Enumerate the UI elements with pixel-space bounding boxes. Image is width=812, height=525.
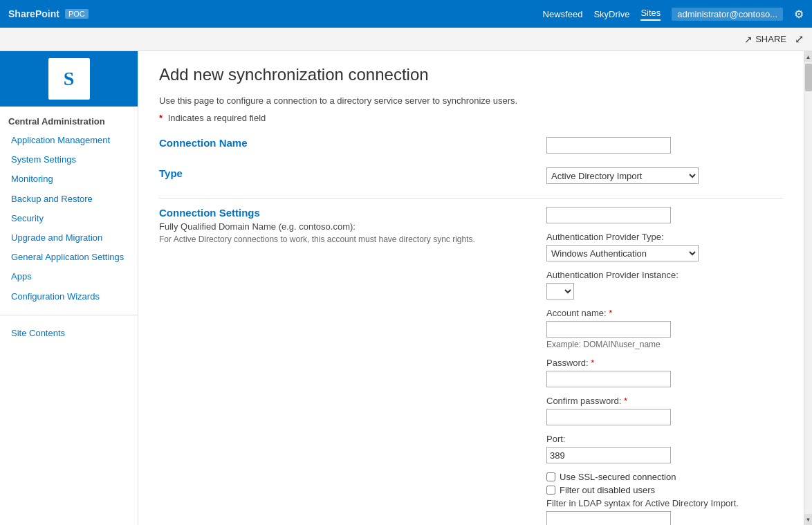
- ldap-filter-block: Filter in LDAP syntax for Active Directo…: [546, 498, 783, 525]
- connection-settings-label-col: Connection Settings Fully Qualified Doma…: [159, 207, 546, 244]
- ssl-label: Use SSL-secured connection: [560, 472, 676, 482]
- connection-name-input[interactable]: [546, 137, 671, 154]
- fqdn-block: [546, 207, 783, 223]
- port-block: Port:: [546, 434, 783, 463]
- sidebar-item-application-management[interactable]: Application Management: [0, 131, 138, 150]
- username-display: administrator@contoso...: [672, 8, 783, 21]
- account-name-input[interactable]: [546, 321, 671, 338]
- connection-name-heading: Connection Name: [159, 137, 533, 149]
- required-note: * Indicates a required field: [159, 113, 783, 123]
- sidebar-logo: S: [0, 51, 138, 107]
- connection-name-field-col: [546, 137, 783, 154]
- sidebar-item-config-wizards[interactable]: Configuration Wizards: [0, 287, 138, 306]
- ssl-checkbox[interactable]: [546, 472, 555, 481]
- sidebar-item-site-contents[interactable]: Site Contents: [0, 324, 138, 343]
- sidebar-item-monitoring[interactable]: Monitoring: [0, 169, 138, 189]
- type-section: Type Active Directory Import: [159, 167, 783, 184]
- separator-1: [159, 198, 783, 199]
- connection-settings-section: Connection Settings Fully Qualified Doma…: [159, 207, 783, 525]
- auth-provider-instance-label: Authentication Provider Instance:: [546, 270, 783, 280]
- fqdn-label: Fully Qualified Domain Name (e.g. contos…: [159, 221, 533, 232]
- scroll-up-arrow[interactable]: ▲: [804, 51, 813, 62]
- main-layout: S Central Administration Application Man…: [0, 51, 812, 525]
- filter-disabled-checkbox-row: Filter out disabled users: [546, 485, 783, 495]
- password-block: Password: *: [546, 358, 783, 387]
- password-label: Password: *: [546, 358, 783, 368]
- sp-logo: S: [48, 58, 90, 100]
- sidebar-section-title: Central Administration: [0, 107, 138, 131]
- sidebar-item-security[interactable]: Security: [0, 209, 138, 228]
- top-navigation: SharePoint POC Newsfeed SkyDrive Sites a…: [0, 0, 812, 28]
- top-nav-links: Newsfeed SkyDrive Sites administrator@co…: [543, 8, 804, 21]
- skydrive-link[interactable]: SkyDrive: [593, 9, 629, 19]
- auth-provider-type-block: Authentication Provider Type: Windows Au…: [546, 232, 783, 261]
- page-content: Add new synchronization connection Use t…: [138, 51, 804, 525]
- auth-provider-instance-block: Authentication Provider Instance:: [546, 270, 783, 300]
- confirm-password-block: Confirm password: *: [546, 396, 783, 425]
- port-input[interactable]: [546, 447, 671, 463]
- newsfeed-link[interactable]: Newsfeed: [543, 9, 583, 19]
- sidebar-item-system-settings[interactable]: System Settings: [0, 150, 138, 169]
- fqdn-note: For Active Directory connections to work…: [159, 234, 533, 244]
- settings-gear-icon[interactable]: ⚙: [794, 8, 804, 21]
- confirm-password-label: Confirm password: *: [546, 396, 783, 406]
- type-select[interactable]: Active Directory Import: [546, 167, 699, 184]
- account-required-star: *: [609, 308, 612, 318]
- ldap-filter-input[interactable]: [546, 511, 671, 525]
- sidebar-item-backup-restore[interactable]: Backup and Restore: [0, 190, 138, 209]
- right-scrollbar: ▲ ▼: [804, 51, 812, 525]
- ssl-checkbox-row: Use SSL-secured connection: [546, 472, 783, 482]
- required-star: *: [159, 113, 163, 123]
- scroll-thumb[interactable]: [805, 64, 812, 91]
- connection-name-label-col: Connection Name: [159, 137, 546, 151]
- type-label-col: Type: [159, 167, 546, 182]
- type-heading: Type: [159, 167, 533, 179]
- account-name-label: Account name: *: [546, 308, 783, 318]
- page-description: Use this page to configure a connection …: [159, 95, 783, 106]
- connection-settings-fields: Authentication Provider Type: Windows Au…: [546, 207, 783, 525]
- auth-provider-type-select[interactable]: Windows Authentication: [546, 245, 699, 261]
- scroll-down-arrow[interactable]: ▼: [804, 514, 813, 525]
- focus-icon[interactable]: ⤢: [795, 33, 804, 46]
- brand-area: SharePoint POC: [8, 8, 89, 19]
- fqdn-input[interactable]: [546, 207, 671, 223]
- ldap-filter-label: Filter in LDAP syntax for Active Directo…: [546, 498, 783, 508]
- type-field-col: Active Directory Import: [546, 167, 783, 184]
- sidebar: S Central Administration Application Man…: [0, 51, 138, 525]
- sites-link[interactable]: Sites: [640, 8, 661, 21]
- share-label: SHARE: [755, 34, 786, 44]
- filter-disabled-checkbox[interactable]: [546, 486, 555, 495]
- share-icon: ↗: [744, 34, 753, 45]
- auth-provider-type-label: Authentication Provider Type:: [546, 232, 783, 242]
- sidebar-item-general-application[interactable]: General Application Settings: [0, 248, 138, 267]
- poc-badge: POC: [65, 9, 89, 19]
- connection-settings-heading: Connection Settings: [159, 207, 533, 219]
- auth-provider-instance-select[interactable]: [546, 283, 574, 300]
- confirm-password-input[interactable]: [546, 409, 671, 425]
- connection-name-section: Connection Name: [159, 137, 783, 154]
- brand-name: SharePoint: [8, 8, 59, 19]
- sidebar-item-apps[interactable]: Apps: [0, 267, 138, 286]
- account-name-block: Account name: * Example: DOMAIN\user_nam…: [546, 308, 783, 349]
- sidebar-item-upgrade-migration[interactable]: Upgrade and Migration: [0, 228, 138, 248]
- account-example-text: Example: DOMAIN\user_name: [546, 340, 783, 349]
- sp-logo-text: S: [64, 68, 75, 90]
- page-title: Add new synchronization connection: [159, 65, 783, 84]
- confirm-password-required-star: *: [624, 396, 627, 406]
- password-input[interactable]: [546, 371, 671, 387]
- filter-disabled-label: Filter out disabled users: [560, 485, 655, 495]
- share-button[interactable]: ↗ SHARE: [744, 34, 786, 45]
- password-required-star: *: [591, 358, 594, 368]
- port-label: Port:: [546, 434, 783, 444]
- secondary-toolbar: ↗ SHARE ⤢: [0, 28, 812, 51]
